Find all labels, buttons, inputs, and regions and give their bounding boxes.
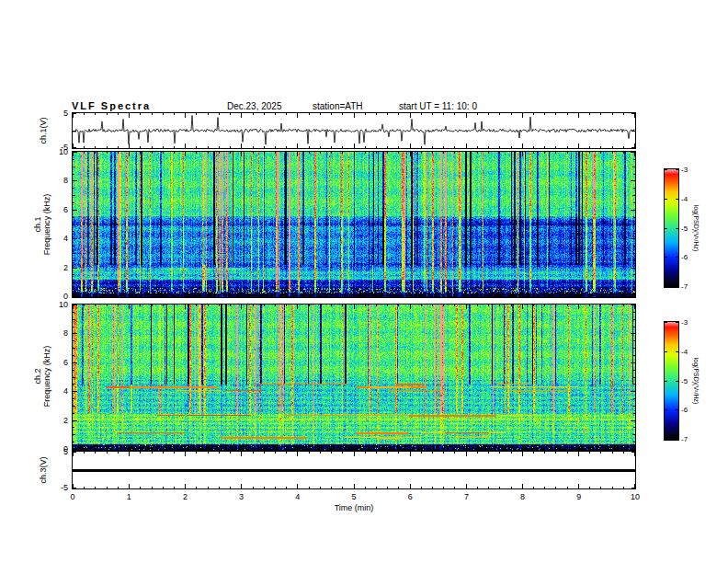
x-tick-label: 2 <box>183 492 188 501</box>
freq-tick-label: 6 <box>46 205 68 214</box>
x-tick-label: 0 <box>70 492 74 501</box>
x-tick-label: 9 <box>576 492 581 501</box>
spectrogram-panel-ch1 <box>72 151 636 298</box>
volt-tick-label: 5 <box>51 447 68 456</box>
x-tick-label: 1 <box>127 492 131 501</box>
waveform-ch1-canvas <box>73 113 635 148</box>
freq-tick-label: 4 <box>46 234 68 243</box>
freq-tick-label: 8 <box>46 176 68 185</box>
ch2-frequency-units-label: Frequency (kHz) <box>42 346 51 408</box>
vlf-spectra-figure: VLF Spectra Dec.23, 2025 station=ATH sta… <box>0 0 728 563</box>
waveform-panel-ch3 <box>72 451 636 489</box>
freq-tick-label: 2 <box>46 416 68 425</box>
colorbar-tick-label: -7 <box>681 435 688 443</box>
spectrogram-ch2-canvas <box>73 304 635 450</box>
colorbar-ch1-units-label: log(PSD)(V²/Hz) <box>693 205 700 252</box>
waveform-panel-ch1 <box>72 112 636 149</box>
station-label: station=ATH <box>313 101 363 111</box>
volt-tick-label: -5 <box>51 143 68 152</box>
colorbar-tick-label: -3 <box>681 166 688 174</box>
colorbar-ch2 <box>664 321 679 441</box>
waveform-ch3-canvas <box>73 452 635 488</box>
x-tick-label: 8 <box>520 492 525 501</box>
colorbar-ch1-canvas <box>665 169 678 287</box>
colorbar-tick-label: -5 <box>681 377 688 385</box>
freq-tick-label: 10 <box>46 300 68 309</box>
ch1-frequency-units-label: Frequency (kHz) <box>42 194 51 256</box>
colorbar-tick-label: -6 <box>681 253 688 261</box>
ch1-channel-label: ch.1 <box>33 194 42 256</box>
x-tick-label: 4 <box>295 492 300 501</box>
volt-tick-label: 5 <box>51 109 68 118</box>
time-axis-label: Time (min) <box>335 503 374 512</box>
ch3-voltage-axis-label: ch.3(V) <box>39 456 48 483</box>
plot-title: VLF Spectra <box>72 100 151 111</box>
spectrogram-panel-ch2 <box>72 304 636 451</box>
freq-tick-label: 4 <box>46 386 68 396</box>
colorbar-tick-label: -4 <box>681 195 688 203</box>
freq-tick-label: 2 <box>46 263 68 272</box>
freq-tick-label: 6 <box>46 358 68 367</box>
ch1-voltage-axis-label: ch.1(V) <box>39 117 48 144</box>
x-tick-label: 7 <box>464 492 469 501</box>
colorbar-tick-label: -3 <box>681 318 688 327</box>
colorbar-ch2-canvas <box>665 322 678 440</box>
colorbar-tick-label: -7 <box>681 282 688 291</box>
start-ut-label: start UT = 11: 10: 0 <box>399 101 477 111</box>
x-tick-label: 6 <box>408 492 413 501</box>
freq-tick-label: 8 <box>46 328 68 338</box>
x-tick-label: 10 <box>631 492 640 501</box>
x-tick-label: 5 <box>351 492 356 501</box>
colorbar-tick-label: -5 <box>681 224 688 233</box>
colorbar-ch1 <box>664 168 679 288</box>
volt-tick-label: -5 <box>51 483 68 492</box>
ch2-frequency-axis-label: ch.2 Frequency (kHz) <box>33 346 51 408</box>
ch2-channel-label: ch.2 <box>33 346 42 408</box>
colorbar-ch2-units-label: log(PSD)(V²/Hz) <box>693 358 700 405</box>
ch1-frequency-axis-label: ch.1 Frequency (kHz) <box>33 194 51 256</box>
date-label: Dec.23, 2025 <box>227 101 282 111</box>
spectrogram-ch1-canvas <box>73 152 635 297</box>
colorbar-tick-label: -6 <box>681 406 688 414</box>
x-tick-label: 3 <box>239 492 244 501</box>
colorbar-tick-label: -4 <box>681 348 688 356</box>
